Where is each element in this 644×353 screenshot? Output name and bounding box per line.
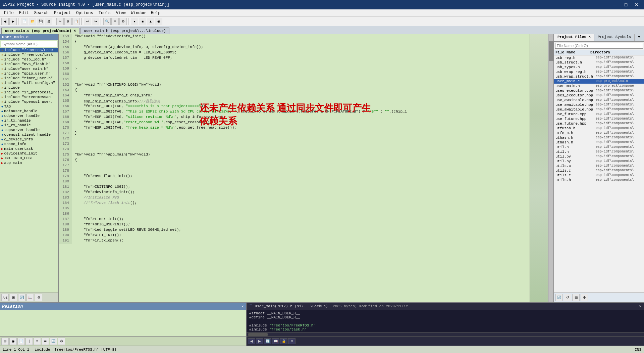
file-item-9[interactable]: use_awaitable.cppesp-idf\components\ xyxy=(554,98,644,102)
rel-btn-5[interactable]: ≡ xyxy=(34,338,41,345)
preview-scrollbar[interactable] xyxy=(247,332,644,336)
rel-btn-1[interactable]: ⊞ xyxy=(1,338,9,345)
file-item-20[interactable]: util.hesp-idf\components\ xyxy=(554,149,644,154)
lp-btn-book[interactable]: 📖 xyxy=(26,294,34,301)
lp-btn-sync[interactable]: 🔄 xyxy=(18,294,25,301)
toolbar-open[interactable]: 📂 xyxy=(29,18,36,25)
rel-btn-4[interactable]: | xyxy=(25,338,33,345)
symbol-item-20[interactable]: ◆space_info xyxy=(0,142,58,146)
file-item-17[interactable]: uthash.hesp-idf\components\ xyxy=(554,135,644,140)
symbol-item-6[interactable]: ❊include "timer_user.h" xyxy=(0,76,58,81)
symbol-item-16[interactable]: ◆ir_rx_handle xyxy=(0,123,58,128)
file-item-5[interactable]: user_main.cesp_projeck\main xyxy=(554,79,644,84)
file-item-7[interactable]: uses_executor.cppesp-idf\components\ xyxy=(554,88,644,93)
symbol-item-24[interactable]: ▶app_main xyxy=(0,161,58,165)
tab-usermain-c[interactable]: user_main.c (esp_projeck\main) × xyxy=(1,28,79,34)
file-item-4[interactable]: usb_wrap_struct.hesp-idf\components\ xyxy=(554,74,644,79)
toolbar-b5[interactable]: ▲ xyxy=(147,18,154,25)
prev-btn-lock[interactable]: 🔒 xyxy=(280,338,287,344)
symbol-item-13[interactable]: ◆mainuser_handle xyxy=(0,109,58,114)
rel-btn-settings[interactable]: ⚙ xyxy=(58,338,65,345)
file-item-0[interactable]: usb_reg.hesp-idf\components\ xyxy=(554,55,644,60)
toolbar-print[interactable]: 🖨 xyxy=(45,18,52,25)
rel-btn-2[interactable]: ◉ xyxy=(9,338,17,345)
rel-btn-sync[interactable]: 🔄 xyxy=(50,338,57,345)
toolbar-cut[interactable]: ✂ xyxy=(56,18,64,25)
symbol-item-23[interactable]: ▶INITINFO_LOGI xyxy=(0,156,58,161)
file-item-12[interactable]: use_future.cppesp-idf\components\ xyxy=(554,112,644,117)
menu-view[interactable]: View xyxy=(113,10,128,16)
rp-tab-project-symbols[interactable]: Project Symbols xyxy=(594,34,635,41)
toolbar-forward[interactable]: ▶ xyxy=(9,18,17,25)
rel-btn-3[interactable]: 📄 xyxy=(17,338,25,345)
maximize-button[interactable]: □ xyxy=(621,1,631,8)
symbol-item-9[interactable]: ❊include "ir_protocols_ xyxy=(0,90,58,95)
close-button[interactable]: ✕ xyxy=(632,1,641,8)
file-item-6[interactable]: user_main.hesp_projeck\compone xyxy=(554,84,644,88)
toolbar-b1[interactable]: ≡ xyxy=(111,18,119,25)
symbol-item-22[interactable]: ▶deviceinfo_init xyxy=(0,151,58,156)
symbol-item-0[interactable]: ❊include "freertos/Free xyxy=(0,48,58,52)
toolbar-paste[interactable]: 📋 xyxy=(72,18,80,25)
symbol-item-8[interactable]: ❊include xyxy=(0,85,58,90)
menu-file[interactable]: File xyxy=(1,10,16,16)
tab-usermain-h[interactable]: user_main.h (esp_projeck\...\include) xyxy=(80,28,169,34)
prev-btn-book[interactable]: 📖 xyxy=(272,338,279,344)
file-item-1[interactable]: usb_struct.hesp-idf\components\ xyxy=(554,60,644,65)
toolbar-b6[interactable]: ◉ xyxy=(155,18,162,25)
file-item-21[interactable]: util.pyesp-idf\components\ xyxy=(554,154,644,159)
file-item-15[interactable]: utf8tab.hesp-idf\components\ xyxy=(554,126,644,131)
rp-btn-settings[interactable]: ⚙ xyxy=(581,294,588,301)
file-item-14[interactable]: use_future.hppesp-idf\components\ xyxy=(554,121,644,126)
file-item-25[interactable]: utils.cesp-idf\components\ xyxy=(554,173,644,178)
symbol-item-18[interactable]: ◆openssl_client_handle xyxy=(0,132,58,137)
prev-btn-back[interactable]: ◀ xyxy=(248,338,255,344)
menu-window[interactable]: Window xyxy=(128,10,148,16)
toolbar-save[interactable]: 💾 xyxy=(37,18,44,25)
symbol-item-14[interactable]: ◆udpserver_handle xyxy=(0,114,58,118)
symbol-item-1[interactable]: ❊include "freertos/task. xyxy=(0,52,58,57)
file-item-23[interactable]: utils.cesp-idf\components\ xyxy=(554,164,644,168)
menu-options[interactable]: Options xyxy=(73,10,96,16)
symbol-item-10[interactable]: ❊include "servermessac xyxy=(0,95,58,99)
rp-tab-project-files[interactable]: Project Files × xyxy=(554,34,594,41)
symbol-item-19[interactable]: ◆g_device_info xyxy=(0,137,58,142)
rp-tab-dropdown[interactable]: ▼ xyxy=(635,34,644,41)
file-item-11[interactable]: use_awaitable.hppesp-idf\components\ xyxy=(554,107,644,112)
file-item-22[interactable]: util.pyesp-idf\components\ xyxy=(554,159,644,164)
minimize-button[interactable]: ─ xyxy=(610,1,620,8)
symbol-item-5[interactable]: ❊include "gpio_user.h" xyxy=(0,71,58,76)
symbol-item-17[interactable]: ◆tcpserver_handle xyxy=(0,128,58,132)
rp-btn-refresh[interactable]: ↺ xyxy=(564,294,571,301)
lp-btn-settings[interactable]: ⚙ xyxy=(35,294,42,301)
menu-help[interactable]: Help xyxy=(148,10,163,16)
lp-btn-az[interactable]: A-Z xyxy=(1,294,9,301)
code-content[interactable]: 153"kw">void "fn">deviceinfo_init()154{1… xyxy=(59,34,530,302)
file-item-13[interactable]: use_future.hppesp-idf\components\ xyxy=(554,117,644,121)
rel-btn-6[interactable]: ≣ xyxy=(42,338,49,345)
toolbar-new[interactable]: 📄 xyxy=(21,18,28,25)
toolbar-undo[interactable]: ↩ xyxy=(84,18,91,25)
file-item-16[interactable]: utf8_p.hesp-idf\components\ xyxy=(554,131,644,135)
menu-search[interactable]: Search xyxy=(32,10,51,16)
preview-close[interactable]: ✕ xyxy=(639,304,641,308)
prev-btn-settings[interactable]: ⚙ xyxy=(288,338,296,344)
toolbar-b4[interactable]: ■ xyxy=(139,18,146,25)
symbol-item-12[interactable]: ◆TAG xyxy=(0,104,58,109)
symbol-search-input[interactable] xyxy=(1,41,57,47)
file-search-input[interactable] xyxy=(555,43,643,49)
file-item-26[interactable]: utils.hesp-idf\components\ xyxy=(554,178,644,182)
prev-btn-sync[interactable]: 🔄 xyxy=(264,338,271,344)
file-item-8[interactable]: uses_executor.hppesp-idf\components\ xyxy=(554,93,644,98)
toolbar-redo[interactable]: ↪ xyxy=(92,18,99,25)
symbol-item-21[interactable]: ▶main_usertask xyxy=(0,146,58,151)
file-item-3[interactable]: usb_wrap_reg.hesp-idf\components\ xyxy=(554,70,644,74)
file-item-19[interactable]: util.hesp-idf\components\ xyxy=(554,145,644,149)
toolbar-copy[interactable]: ⎘ xyxy=(64,18,72,25)
file-item-10[interactable]: use_awaitable.hppesp-idf\components\ xyxy=(554,102,644,107)
symbol-item-4[interactable]: ❊include"user_main.h" xyxy=(0,67,58,71)
toolbar-search[interactable]: 🔍 xyxy=(103,18,111,25)
menu-tools[interactable]: Tools xyxy=(96,10,113,16)
symbol-item-15[interactable]: ◆ir_tx_handle xyxy=(0,118,58,123)
toolbar-b3[interactable]: ● xyxy=(131,18,138,25)
